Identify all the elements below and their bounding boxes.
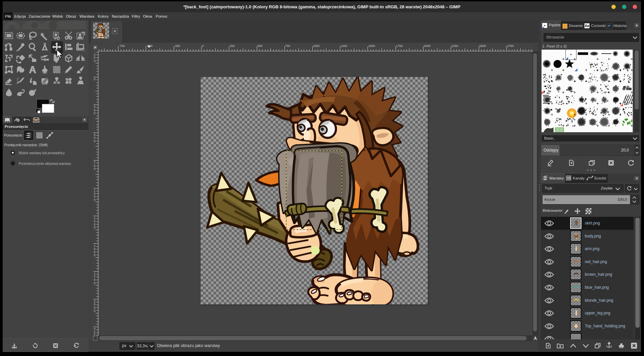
svg-text:i: i xyxy=(17,119,18,122)
